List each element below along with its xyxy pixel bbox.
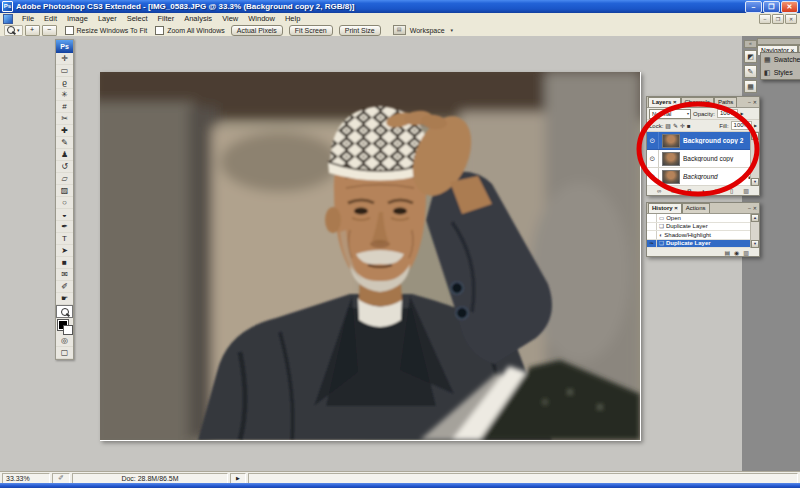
history-state-duplicate-layer-1[interactable]: ❏ Duplicate Layer [647,223,759,232]
swatches-panel-icon[interactable]: ▦ [744,80,757,93]
doc-restore-button[interactable]: ❐ [772,14,784,24]
background-color-swatch[interactable] [63,325,73,335]
flyout-item-swatches[interactable]: ▦ Swatches [761,53,800,66]
tab-history[interactable]: History × [648,203,682,213]
menu-edit[interactable]: Edit [39,13,62,24]
lock-position-icon[interactable]: ✛ [680,122,685,130]
quick-selection-tool[interactable]: ✳ [56,89,73,101]
menu-file[interactable]: File [17,13,39,24]
workspace-control[interactable]: ▤ Workspace ▾ [393,25,453,35]
layer-thumbnail[interactable] [662,134,680,148]
zoom-in-button[interactable]: + [25,25,40,36]
lasso-tool[interactable]: ϱ [56,77,73,89]
layer-row-background[interactable]: ⊙ Background ■ [647,168,759,186]
clone-stamp-tool[interactable]: ♟ [56,149,73,161]
type-tool[interactable]: T [56,233,73,245]
flyout-item-styles[interactable]: ◧ Styles [761,66,800,79]
menu-filter[interactable]: Filter [153,13,180,24]
tab-channels[interactable]: Channels [681,97,714,107]
actual-pixels-button[interactable]: Actual Pixels [231,25,283,36]
eraser-tool[interactable]: ▱ [56,173,73,185]
minimize-button[interactable]: – [745,1,762,13]
panel-grip[interactable] [757,38,800,45]
tab-layers[interactable]: Layers × [648,97,681,107]
status-options-arrow-icon[interactable]: ▶ [230,473,246,484]
layer-thumbnail[interactable] [662,170,680,184]
brushes-panel-icon[interactable]: ✎ [744,65,757,78]
hand-tool[interactable]: ☛ [56,293,73,305]
slice-tool[interactable]: ✂ [56,113,73,125]
lock-transparency-icon[interactable]: ▨ [665,122,671,130]
layer-mask-button[interactable]: ◘ [687,188,691,194]
restore-button[interactable]: ❐ [763,1,780,13]
history-source-cell[interactable] [647,214,657,222]
active-tool-slot[interactable]: ▾ [4,25,23,36]
color-swatches[interactable] [56,318,73,335]
history-source-cell[interactable] [647,223,657,231]
checkbox-icon[interactable] [65,26,74,35]
layer-group-button[interactable]: ▤ [714,187,720,194]
print-size-button[interactable]: Print Size [339,25,381,36]
menu-image[interactable]: Image [62,13,93,24]
shape-tool[interactable]: ■ [56,257,73,269]
crop-tool[interactable]: # [56,101,73,113]
visibility-eye-icon[interactable]: ⊙ [647,168,659,185]
dodge-tool[interactable]: ◒ [56,209,73,221]
opacity-value[interactable]: 100% [717,109,738,118]
menu-window[interactable]: Window [243,13,280,24]
zoom-out-button[interactable]: − [42,25,57,36]
new-document-from-state-button[interactable]: ▤ [724,249,730,256]
fill-value[interactable]: 100% [731,121,752,130]
checkbox-icon[interactable] [155,26,164,35]
history-state-shadow-highlight[interactable]: ◐ Shadow/Highlight [647,231,759,240]
panel-close-icon[interactable]: ✕ [753,98,757,107]
menu-view[interactable]: View [217,13,243,24]
new-layer-button[interactable]: ▯ [730,187,733,194]
brush-tool[interactable]: ✎ [56,137,73,149]
zoom-level-field[interactable]: 33.33% [2,473,50,484]
eyedropper-tool[interactable]: ✐ [56,281,73,293]
blur-tool[interactable]: ○ [56,197,73,209]
zoom-tool[interactable] [56,305,73,318]
layers-scrollbar[interactable]: ▲ ▼ [750,132,759,186]
layer-thumbnail[interactable] [662,152,680,166]
visibility-eye-icon[interactable]: ⊙ [647,132,659,149]
move-tool[interactable]: ✛ [56,53,73,65]
color-panel-icon[interactable]: ◩ [744,50,757,63]
opacity-arrow-icon[interactable]: ▶ [740,111,743,116]
scroll-up-icon[interactable]: ▲ [751,132,759,140]
visibility-eye-icon[interactable]: ⊙ [647,150,659,167]
history-state-open[interactable]: ▭ Open [647,214,759,223]
new-snapshot-button[interactable]: ◉ [734,249,739,256]
screen-mode-button[interactable]: ▢ [56,347,73,359]
panel-minimize-icon[interactable]: ‒ [748,98,751,107]
panel-close-icon[interactable]: ✕ [753,204,757,213]
scroll-down-icon[interactable]: ▼ [751,178,759,186]
lock-all-icon[interactable]: ■ [687,122,691,130]
lock-image-icon[interactable]: ✎ [673,122,678,130]
marquee-tool[interactable]: ▭ [56,65,73,77]
close-button[interactable]: ✕ [781,1,798,13]
canvas[interactable] [100,72,641,441]
menu-help[interactable]: Help [280,13,305,24]
delete-layer-button[interactable]: ▥ [743,187,749,194]
history-brush-source-icon[interactable]: ✑ [647,240,657,248]
history-state-duplicate-layer-2[interactable]: ✑ ❏ Duplicate Layer [647,240,759,249]
delete-state-button[interactable]: ▥ [743,249,749,256]
doc-close-button[interactable]: ✕ [785,14,797,24]
zoom-all-windows-checkbox[interactable]: Zoom All Windows [155,26,225,35]
layer-row-background-copy[interactable]: ⊙ Background copy [647,150,759,168]
scroll-down-icon[interactable]: ▼ [751,240,759,248]
notes-tool[interactable]: ✉ [56,269,73,281]
tab-paths[interactable]: Paths [714,97,737,107]
panel-minimize-icon[interactable]: ‒ [748,204,751,213]
scroll-up-icon[interactable]: ▲ [751,214,759,222]
menu-layer[interactable]: Layer [93,13,122,24]
healing-brush-tool[interactable]: ✚ [56,125,73,137]
dock-collapse-handle[interactable]: « [744,40,757,48]
link-layers-button[interactable]: ∞ [657,188,661,194]
doc-minimize-button[interactable]: – [759,14,771,24]
fill-arrow-icon[interactable]: ▶ [754,123,757,128]
menu-select[interactable]: Select [122,13,153,24]
adjustment-layer-button[interactable]: ◑ [701,188,705,194]
